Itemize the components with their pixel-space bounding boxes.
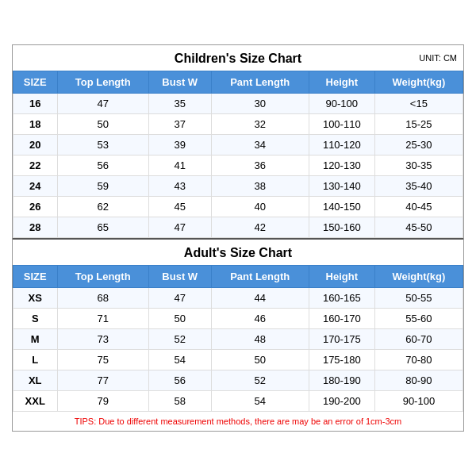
- table-cell: 60-70: [374, 329, 463, 350]
- adults-col-bustw: Bust W: [148, 266, 211, 288]
- table-cell: 16: [13, 94, 58, 114]
- table-cell: 50-55: [374, 288, 463, 309]
- table-cell: 50: [57, 114, 148, 135]
- children-col-weight: Weight(kg): [374, 71, 463, 94]
- table-cell: 48: [211, 329, 309, 350]
- table-cell: 28: [13, 217, 58, 238]
- children-col-bustw: Bust W: [148, 71, 211, 94]
- table-cell: 50: [148, 309, 211, 329]
- table-cell: 80-90: [374, 370, 463, 391]
- table-cell: 44: [211, 288, 309, 309]
- table-cell: 36: [211, 155, 309, 176]
- table-cell: 175-180: [309, 350, 374, 370]
- table-cell: 58: [148, 391, 211, 412]
- table-cell: 32: [211, 114, 309, 135]
- table-cell: 65: [57, 217, 148, 238]
- table-cell: 30-35: [374, 155, 463, 176]
- table-cell: 24: [13, 176, 58, 197]
- table-cell: 55-60: [374, 309, 463, 329]
- table-cell: 70-80: [374, 350, 463, 370]
- table-cell: 45: [148, 197, 211, 217]
- table-cell: 37: [148, 114, 211, 135]
- children-col-height: Height: [309, 71, 374, 94]
- table-cell: 25-30: [374, 135, 463, 155]
- table-cell: 90-100: [374, 391, 463, 412]
- table-cell: 77: [57, 370, 148, 391]
- adults-col-size: SIZE: [13, 266, 58, 288]
- table-row: M735248170-17560-70: [13, 329, 463, 350]
- table-cell: 30: [211, 94, 309, 114]
- adults-title-text: Adult's Size Chart: [184, 246, 292, 259]
- table-row: 28654742150-16045-50: [13, 217, 463, 238]
- table-cell: 41: [148, 155, 211, 176]
- table-cell: 190-200: [309, 391, 374, 412]
- table-cell: 71: [57, 309, 148, 329]
- table-cell: <15: [374, 94, 463, 114]
- table-cell: 120-130: [309, 155, 374, 176]
- table-cell: 45-50: [374, 217, 463, 238]
- table-cell: 140-150: [309, 197, 374, 217]
- table-cell: 110-120: [309, 135, 374, 155]
- children-title: Children's Size Chart UNIT: CM: [13, 45, 463, 71]
- adults-header-row: SIZE Top Length Bust W Pant Length Heigh…: [13, 266, 463, 288]
- table-cell: 46: [211, 309, 309, 329]
- table-cell: 20: [13, 135, 58, 155]
- adults-col-toplength: Top Length: [57, 266, 148, 288]
- table-cell: 35: [148, 94, 211, 114]
- table-cell: 75: [57, 350, 148, 370]
- table-cell: 53: [57, 135, 148, 155]
- table-row: 1647353090-100<15: [13, 94, 463, 114]
- size-chart: Children's Size Chart UNIT: CM SIZE Top …: [12, 44, 464, 432]
- adults-col-weight: Weight(kg): [374, 266, 463, 288]
- table-cell: 160-170: [309, 309, 374, 329]
- table-cell: 39: [148, 135, 211, 155]
- table-row: 22564136120-13030-35: [13, 155, 463, 176]
- adults-col-pantlength: Pant Length: [211, 266, 309, 288]
- children-title-text: Children's Size Chart: [175, 52, 301, 65]
- table-cell: 54: [211, 391, 309, 412]
- table-cell: 56: [148, 370, 211, 391]
- table-row: XXL795854190-20090-100: [13, 391, 463, 412]
- table-cell: 40-45: [374, 197, 463, 217]
- table-row: 18503732100-11015-25: [13, 114, 463, 135]
- table-cell: 22: [13, 155, 58, 176]
- table-cell: S: [13, 309, 58, 329]
- table-cell: 40: [211, 197, 309, 217]
- table-cell: 47: [148, 288, 211, 309]
- table-cell: 130-140: [309, 176, 374, 197]
- children-table: SIZE Top Length Bust W Pant Length Heigh…: [13, 71, 463, 238]
- table-cell: 43: [148, 176, 211, 197]
- table-cell: 50: [211, 350, 309, 370]
- children-col-size: SIZE: [13, 71, 58, 94]
- table-row: XL775652180-19080-90: [13, 370, 463, 391]
- table-cell: 100-110: [309, 114, 374, 135]
- adults-col-height: Height: [309, 266, 374, 288]
- table-cell: M: [13, 329, 58, 350]
- table-cell: 56: [57, 155, 148, 176]
- table-row: 24594338130-14035-40: [13, 176, 463, 197]
- table-cell: 42: [211, 217, 309, 238]
- tips-text: TIPS: Due to different measurement metho…: [13, 412, 463, 431]
- table-row: 26624540140-15040-45: [13, 197, 463, 217]
- children-col-toplength: Top Length: [57, 71, 148, 94]
- table-cell: 180-190: [309, 370, 374, 391]
- table-cell: 68: [57, 288, 148, 309]
- table-cell: 38: [211, 176, 309, 197]
- table-row: S715046160-17055-60: [13, 309, 463, 329]
- table-cell: 34: [211, 135, 309, 155]
- table-cell: XXL: [13, 391, 58, 412]
- table-cell: 18: [13, 114, 58, 135]
- adults-title: Adult's Size Chart: [13, 238, 463, 265]
- table-cell: 47: [148, 217, 211, 238]
- table-row: XS684744160-16550-55: [13, 288, 463, 309]
- table-cell: L: [13, 350, 58, 370]
- table-cell: 59: [57, 176, 148, 197]
- table-cell: 47: [57, 94, 148, 114]
- table-cell: 90-100: [309, 94, 374, 114]
- table-cell: 150-160: [309, 217, 374, 238]
- table-cell: 15-25: [374, 114, 463, 135]
- table-cell: 79: [57, 391, 148, 412]
- table-row: 20533934110-12025-30: [13, 135, 463, 155]
- unit-label: UNIT: CM: [419, 53, 457, 63]
- adults-table: SIZE Top Length Bust W Pant Length Heigh…: [13, 265, 463, 412]
